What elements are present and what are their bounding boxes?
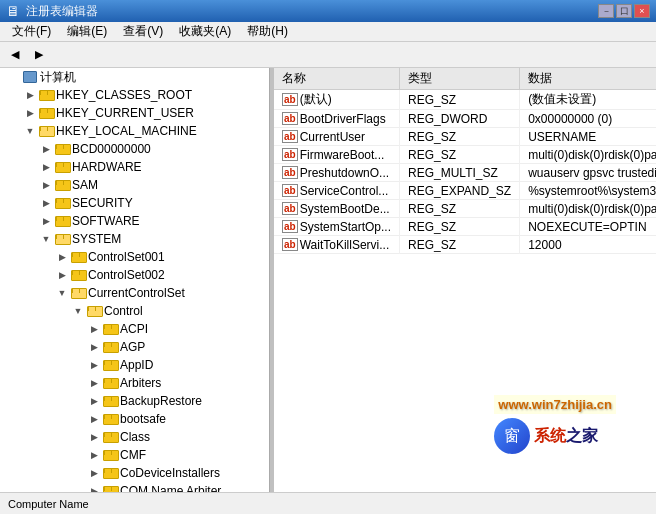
tree-item-system[interactable]: ▼SYSTEM (0, 230, 269, 248)
tree-item-security[interactable]: ▶SECURITY (0, 194, 269, 212)
menu-edit[interactable]: 编辑(E) (59, 21, 115, 42)
tree-expander-sam[interactable]: ▶ (38, 177, 54, 193)
tree-expander-appid[interactable]: ▶ (86, 357, 102, 373)
tree-expander-system[interactable]: ▼ (38, 231, 54, 247)
tree-label-bcd: BCD00000000 (72, 142, 151, 156)
details-row-7[interactable]: ab SystemStartOp...REG_SZNOEXECUTE=OPTIN (274, 218, 656, 236)
tree-expander-cmf[interactable]: ▶ (86, 447, 102, 463)
tree-item-bootsafe[interactable]: ▶bootsafe (0, 410, 269, 428)
close-button[interactable]: × (634, 4, 650, 18)
tree-expander-hardware[interactable]: ▶ (38, 159, 54, 175)
tree-expander-comnamearbiter[interactable]: ▶ (86, 483, 102, 492)
tree-item-codeviceinstallers[interactable]: ▶CoDeviceInstallers (0, 464, 269, 482)
forward-button[interactable]: ▶ (28, 44, 50, 66)
reg-type-icon-8: ab (282, 238, 298, 251)
tree-item-hklm[interactable]: ▼HKEY_LOCAL_MACHINE (0, 122, 269, 140)
tree-expander-acpi[interactable]: ▶ (86, 321, 102, 337)
tree-item-class[interactable]: ▶Class (0, 428, 269, 446)
tree-item-controlset001[interactable]: ▶ControlSet001 (0, 248, 269, 266)
tree-label-class: Class (120, 430, 150, 444)
tree-expander-codeviceinstallers[interactable]: ▶ (86, 465, 102, 481)
folder-icon-cmf (102, 447, 118, 463)
tree-expander-controlset001[interactable]: ▶ (54, 249, 70, 265)
maximize-button[interactable]: 口 (616, 4, 632, 18)
tree-expander-agp[interactable]: ▶ (86, 339, 102, 355)
details-cell-data-2: USERNAME (520, 128, 656, 146)
folder-icon-currentcontrolset (70, 285, 86, 301)
details-cell-name-2: ab CurrentUser (274, 128, 400, 146)
tree-item-hkcr[interactable]: ▶HKEY_CLASSES_ROOT (0, 86, 269, 104)
tree-expander-security[interactable]: ▶ (38, 195, 54, 211)
details-row-5[interactable]: ab ServiceControl...REG_EXPAND_SZ%system… (274, 182, 656, 200)
tree-expander-hkcr[interactable]: ▶ (22, 87, 38, 103)
back-button[interactable]: ◀ (4, 44, 26, 66)
menu-bar: 文件(F) 编辑(E) 查看(V) 收藏夹(A) 帮助(H) (0, 22, 656, 42)
details-row-1[interactable]: ab BootDriverFlagsREG_DWORD0x00000000 (0… (274, 110, 656, 128)
tree-item-currentcontrolset[interactable]: ▼CurrentControlSet (0, 284, 269, 302)
tree-item-control[interactable]: ▼Control (0, 302, 269, 320)
folder-icon-agp (102, 339, 118, 355)
folder-icon-hardware (54, 159, 70, 175)
tree-item-backuprestore[interactable]: ▶BackupRestore (0, 392, 269, 410)
window-controls: － 口 × (598, 4, 650, 18)
tree-item-sam[interactable]: ▶SAM (0, 176, 269, 194)
registry-details: 名称 类型 数据 ab (默认)REG_SZ(数值未设置)ab BootDriv… (274, 68, 656, 492)
window-title: 注册表编辑器 (26, 3, 598, 20)
tree-expander-controlset002[interactable]: ▶ (54, 267, 70, 283)
tree-item-cmf[interactable]: ▶CMF (0, 446, 269, 464)
menu-favorites[interactable]: 收藏夹(A) (171, 21, 239, 42)
details-row-0[interactable]: ab (默认)REG_SZ(数值未设置) (274, 90, 656, 110)
tree-label-hklm: HKEY_LOCAL_MACHINE (56, 124, 197, 138)
tree-item-controlset002[interactable]: ▶ControlSet002 (0, 266, 269, 284)
tree-label-hkcu: HKEY_CURRENT_USER (56, 106, 194, 120)
tree-item-bcd[interactable]: ▶BCD00000000 (0, 140, 269, 158)
details-row-8[interactable]: ab WaitToKillServi...REG_SZ12000 (274, 236, 656, 254)
tree-item-comnamearbiter[interactable]: ▶COM Name Arbiter (0, 482, 269, 492)
tree-label-sam: SAM (72, 178, 98, 192)
tree-expander-bcd[interactable]: ▶ (38, 141, 54, 157)
tree-item-computer[interactable]: 计算机 (0, 68, 269, 86)
tree-expander-hkcu[interactable]: ▶ (22, 105, 38, 121)
reg-type-icon-3: ab (282, 148, 298, 161)
menu-view[interactable]: 查看(V) (115, 21, 171, 42)
minimize-button[interactable]: － (598, 4, 614, 18)
tree-expander-backuprestore[interactable]: ▶ (86, 393, 102, 409)
tree-item-hardware[interactable]: ▶HARDWARE (0, 158, 269, 176)
details-row-3[interactable]: ab FirmwareBoot...REG_SZmulti(0)disk(0)r… (274, 146, 656, 164)
tree-label-codeviceinstallers: CoDeviceInstallers (120, 466, 220, 480)
col-name: 名称 (274, 68, 400, 90)
tree-label-security: SECURITY (72, 196, 133, 210)
details-row-6[interactable]: ab SystemBootDe...REG_SZmulti(0)disk(0)r… (274, 200, 656, 218)
tree-expander-class[interactable]: ▶ (86, 429, 102, 445)
tree-item-acpi[interactable]: ▶ACPI (0, 320, 269, 338)
tree-expander-control[interactable]: ▼ (70, 303, 86, 319)
tree-label-agp: AGP (120, 340, 145, 354)
tree-expander-hklm[interactable]: ▼ (22, 123, 38, 139)
tree-item-hkcu[interactable]: ▶HKEY_CURRENT_USER (0, 104, 269, 122)
details-row-4[interactable]: ab PreshutdownO...REG_MULTI_SZwuauserv g… (274, 164, 656, 182)
tree-item-agp[interactable]: ▶AGP (0, 338, 269, 356)
menu-help[interactable]: 帮助(H) (239, 21, 296, 42)
reg-type-icon-1: ab (282, 112, 298, 125)
tree-label-backuprestore: BackupRestore (120, 394, 202, 408)
tree-expander-arbiters[interactable]: ▶ (86, 375, 102, 391)
tree-item-appid[interactable]: ▶AppID (0, 356, 269, 374)
tree-label-appid: AppID (120, 358, 153, 372)
details-cell-type-6: REG_SZ (400, 200, 520, 218)
tree-expander-currentcontrolset[interactable]: ▼ (54, 285, 70, 301)
tree-item-arbiters[interactable]: ▶Arbiters (0, 374, 269, 392)
tree-expander-computer[interactable] (6, 69, 22, 85)
folder-icon-system (54, 231, 70, 247)
tree-expander-bootsafe[interactable]: ▶ (86, 411, 102, 427)
tree-item-software[interactable]: ▶SOFTWARE (0, 212, 269, 230)
reg-type-icon-4: ab (282, 166, 298, 179)
menu-file[interactable]: 文件(F) (4, 21, 59, 42)
tree-label-controlset001: ControlSet001 (88, 250, 165, 264)
folder-icon-hkcu (38, 105, 54, 121)
folder-icon-controlset002 (70, 267, 86, 283)
tree-label-hkcr: HKEY_CLASSES_ROOT (56, 88, 192, 102)
details-cell-type-5: REG_EXPAND_SZ (400, 182, 520, 200)
details-table: 名称 类型 数据 ab (默认)REG_SZ(数值未设置)ab BootDriv… (274, 68, 656, 254)
tree-expander-software[interactable]: ▶ (38, 213, 54, 229)
details-row-2[interactable]: ab CurrentUserREG_SZUSERNAME (274, 128, 656, 146)
